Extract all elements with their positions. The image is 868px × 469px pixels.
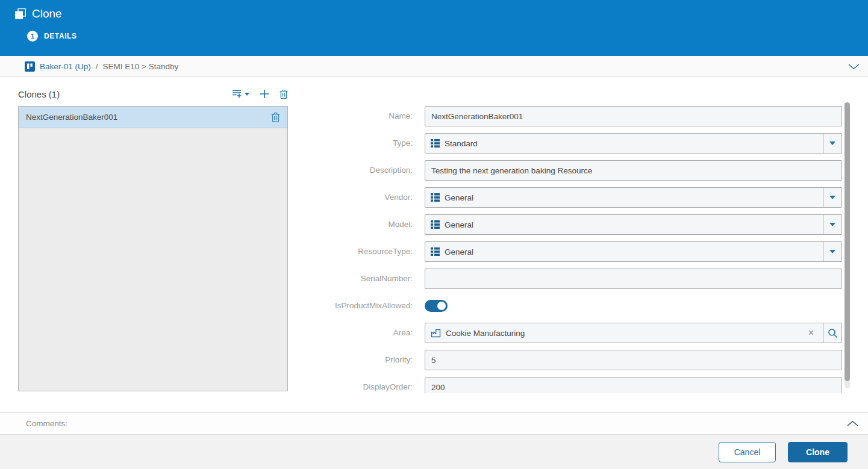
model-dropdown[interactable]: General (425, 214, 842, 235)
clone-list-item[interactable]: NextGenerationBaker001 (19, 107, 287, 128)
comments-label: Comments: (26, 419, 67, 428)
step-number-badge: 1 (27, 31, 38, 42)
caret-down-icon (829, 223, 835, 226)
form-scrollbar[interactable] (845, 102, 850, 388)
caret-down-icon (829, 196, 835, 199)
area-search-button[interactable] (823, 323, 841, 343)
enum-list-icon (431, 193, 440, 202)
enum-list-icon (431, 220, 440, 229)
search-icon (828, 328, 838, 338)
clones-column: Clones (1) (18, 77, 288, 391)
isproductmixallowed-label: IsProductMixAllowed: (295, 296, 425, 316)
clones-panel-title: Clones (1) (18, 89, 60, 99)
clone-details-panel: Clones (1) (0, 77, 868, 393)
clone-form: Name: Type: Standard (295, 106, 842, 393)
wizard-steps: 1 DETAILS (27, 30, 868, 42)
area-value: Cookie Manufacturing (446, 329, 525, 338)
type-dropdown-button[interactable] (823, 134, 841, 153)
add-multiple-clones-button[interactable] (232, 89, 249, 99)
clear-icon[interactable]: × (805, 328, 817, 338)
vendor-dropdown-button[interactable] (823, 188, 841, 207)
caret-down-icon (829, 250, 835, 253)
page-title: Clone (32, 7, 62, 20)
enum-list-icon (431, 247, 440, 256)
comments-collapse-chevron-up-icon[interactable] (847, 421, 858, 426)
cancel-button[interactable]: Cancel (719, 442, 776, 462)
delete-clones-button[interactable] (279, 89, 288, 99)
step-details[interactable]: 1 DETAILS (27, 31, 77, 42)
add-clone-button[interactable] (260, 89, 269, 99)
toggle-knob (437, 302, 446, 310)
breadcrumb-separator: / (96, 62, 98, 71)
area-picker[interactable]: Cookie Manufacturing × (425, 323, 842, 343)
description-input[interactable] (425, 160, 842, 181)
header-collapse-chevron-down-icon[interactable] (848, 64, 860, 69)
caret-down-icon (829, 141, 835, 145)
serialnumber-label: SerialNumber: (295, 269, 425, 289)
breadcrumb: Baker-01 (Up) / SEMI E10 > Standby (0, 56, 868, 77)
priority-input[interactable] (425, 350, 842, 370)
type-label: Type: (295, 133, 425, 154)
displayorder-input[interactable] (425, 377, 842, 393)
resourcetype-dropdown-button[interactable] (823, 242, 841, 261)
resourcetype-value: General (445, 247, 473, 256)
model-dropdown-button[interactable] (823, 215, 841, 234)
clone-icon (15, 8, 26, 19)
resourcetype-label: ResourceType: (295, 241, 425, 262)
model-value: General (445, 220, 473, 229)
area-label: Area: (295, 323, 425, 343)
comments-section: Comments: (0, 412, 868, 435)
step-label: DETAILS (44, 32, 77, 40)
description-label: Description: (295, 160, 425, 181)
serialnumber-input[interactable] (425, 269, 842, 289)
resourcetype-dropdown[interactable]: General (425, 241, 842, 262)
caret-down-icon (245, 93, 249, 96)
content-bottom-spacer (0, 393, 868, 412)
delete-clone-item-button[interactable] (271, 112, 280, 122)
model-label: Model: (295, 214, 425, 235)
vendor-label: Vendor: (295, 187, 425, 208)
isproductmixallowed-toggle[interactable] (425, 300, 448, 312)
name-input[interactable] (425, 106, 842, 126)
factory-icon (431, 328, 441, 338)
type-value: Standard (445, 139, 478, 148)
displayorder-label: DisplayOrder: (295, 377, 425, 393)
wizard-footer: Cancel Clone (0, 435, 868, 469)
clone-button[interactable]: Clone (788, 442, 848, 462)
vendor-value: General (445, 193, 473, 202)
enum-list-icon (431, 139, 440, 148)
name-label: Name: (295, 106, 425, 126)
priority-label: Priority: (295, 350, 425, 370)
resource-entity-icon (25, 61, 35, 72)
wizard-header: Clone 1 DETAILS (0, 0, 868, 56)
breadcrumb-entity-link[interactable]: Baker-01 (Up) (40, 62, 91, 71)
breadcrumb-status: SEMI E10 > Standby (103, 62, 179, 71)
clones-toolbar (232, 89, 288, 99)
type-dropdown[interactable]: Standard (425, 133, 842, 154)
clones-list: NextGenerationBaker001 (18, 106, 288, 391)
form-scrollbar-thumb[interactable] (845, 102, 850, 381)
vendor-dropdown[interactable]: General (425, 187, 842, 208)
clone-item-name: NextGenerationBaker001 (26, 113, 117, 122)
